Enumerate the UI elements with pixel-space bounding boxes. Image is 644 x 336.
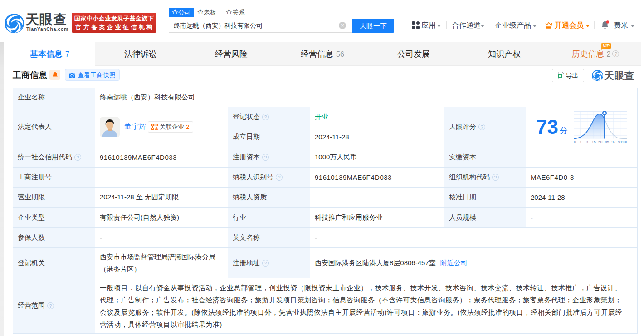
svg-text:3: 3: [586, 139, 588, 143]
svg-text:97: 97: [612, 139, 616, 143]
svg-text:99: 99: [618, 139, 622, 143]
svg-text:15: 15: [592, 139, 596, 143]
svg-text:85: 85: [605, 139, 609, 143]
svg-text:0: 0: [574, 139, 576, 143]
svg-text:1: 1: [580, 139, 582, 143]
svg-text:50: 50: [598, 139, 602, 143]
svg-text:100: 100: [622, 139, 627, 143]
svg-text:企: 企: [155, 126, 158, 130]
